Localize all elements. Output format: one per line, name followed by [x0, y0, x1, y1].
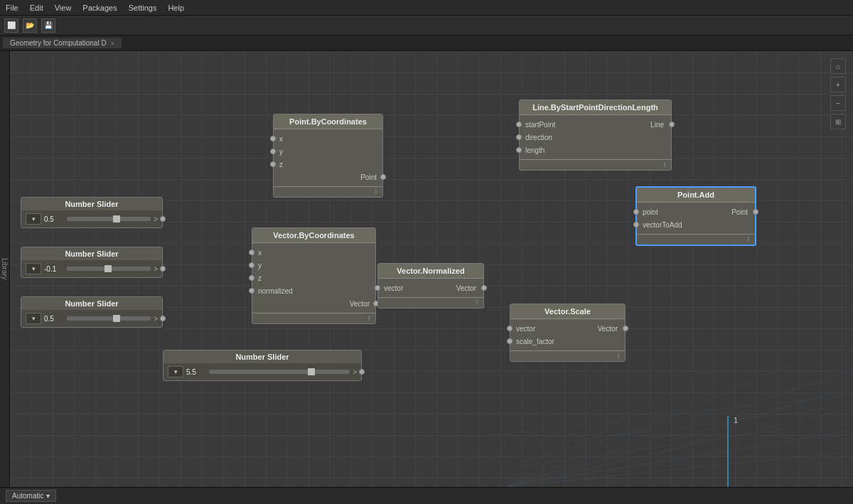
- vector-by-coords-body: x y z normalized Vector: [252, 243, 375, 313]
- slider-dropdown-4[interactable]: ▾: [168, 366, 183, 377]
- open-button[interactable]: 📂: [23, 18, 37, 33]
- library-sidebar[interactable]: Library: [0, 51, 10, 487]
- slider-dropdown-1[interactable]: ▾: [26, 213, 41, 225]
- fit-view-button[interactable]: ⊞: [830, 114, 846, 129]
- slider-track-4[interactable]: [209, 370, 350, 374]
- new-button[interactable]: ⬜: [4, 18, 18, 33]
- point-by-coordinates-node: Point.ByCoordinates x y z Point: [273, 114, 383, 198]
- slider-dropdown-3[interactable]: ▾: [26, 313, 41, 324]
- lbs-line-label: Line: [650, 121, 664, 129]
- slider-thumb-1[interactable]: [113, 215, 120, 222]
- lbs-input-start[interactable]: [516, 122, 522, 127]
- slider-node-1: Number Slider ▾ 0.5 >: [21, 197, 163, 228]
- vs-out-label: Vector: [598, 325, 618, 333]
- toolbar: ⬜ 📂 💾: [0, 16, 853, 36]
- pa-input-point[interactable]: [633, 209, 639, 215]
- vs-footer: l: [510, 350, 625, 361]
- input-port-x[interactable]: [270, 136, 276, 141]
- vbc-input-z[interactable]: [249, 275, 254, 281]
- lbs-dir-label: direction: [525, 134, 552, 141]
- menu-packages[interactable]: Packages: [82, 4, 117, 12]
- vs-port-vector: vector Vector: [510, 322, 625, 335]
- vbc-port-y: y: [252, 259, 375, 272]
- output-port-point[interactable]: [380, 174, 386, 180]
- line-by-start-title: Line.ByStartPointDirectionLength: [520, 100, 671, 115]
- vbc-input-x[interactable]: [249, 250, 254, 255]
- menu-file[interactable]: File: [6, 4, 18, 12]
- sidebar-label: Library: [1, 258, 9, 280]
- zoom-in-button[interactable]: +: [830, 77, 846, 92]
- vbc-input-y[interactable]: [249, 262, 254, 268]
- input-port-y[interactable]: [270, 149, 276, 154]
- pa-output-port[interactable]: [753, 209, 758, 215]
- output-port-slider-1: [160, 216, 166, 222]
- slider-thumb-3[interactable]: [113, 315, 120, 322]
- menu-view[interactable]: View: [55, 4, 72, 12]
- vbc-port-x: x: [252, 246, 375, 259]
- slider-title-4: Number Slider: [163, 350, 361, 363]
- slider-arrow-3[interactable]: >: [154, 315, 158, 323]
- slider-thumb-4[interactable]: [308, 368, 315, 375]
- slider-body-4: ▾ 5.5 >: [163, 363, 361, 380]
- vbc-norm-label: normalized: [258, 287, 293, 295]
- menu-edit[interactable]: Edit: [30, 4, 43, 12]
- tab-close[interactable]: ×: [111, 40, 114, 47]
- home-view-button[interactable]: ⌂: [830, 58, 846, 74]
- slider-track-2[interactable]: [67, 267, 151, 271]
- lbs-input-len[interactable]: [516, 147, 522, 153]
- vbc-input-norm[interactable]: [249, 288, 254, 294]
- vn-port-vector: vector Vector: [378, 282, 483, 294]
- pa-port-vec: vectorToAdd: [637, 218, 755, 231]
- pa-footer: l: [637, 234, 755, 245]
- vs-output-port[interactable]: [623, 326, 628, 331]
- input-port-z[interactable]: [270, 161, 276, 167]
- port-x-in: x: [274, 132, 382, 145]
- slider-value-3: 0.5: [44, 315, 64, 323]
- vector-by-coordinates-node: Vector.ByCoordinates x y z normalized: [252, 227, 376, 324]
- slider-node-3: Number Slider ▾ 0.5 >: [21, 296, 163, 328]
- save-button[interactable]: 💾: [41, 18, 55, 33]
- slider-arrow-1[interactable]: >: [154, 215, 158, 223]
- vbc-x-label: x: [258, 249, 262, 257]
- vbc-port-norm: normalized: [252, 284, 375, 297]
- line-by-start-body: startPoint Line direction length: [520, 115, 671, 159]
- slider-node-2: Number Slider ▾ -0.1 >: [21, 247, 163, 278]
- port-point-out: Point: [274, 171, 382, 183]
- vbc-z-label: z: [258, 274, 262, 282]
- menu-help[interactable]: Help: [168, 4, 184, 12]
- vector-by-coords-title: Vector.ByCoordinates: [252, 228, 375, 243]
- pa-input-vec[interactable]: [633, 222, 639, 227]
- document-tab[interactable]: Geometry for Computational D ×: [3, 38, 122, 48]
- zoom-out-button[interactable]: −: [830, 95, 846, 111]
- slider-track-3[interactable]: [67, 316, 151, 321]
- vn-input-vector[interactable]: [375, 285, 380, 291]
- pa-port-point: point Point: [637, 205, 755, 218]
- slider-value-2: -0.1: [44, 265, 64, 273]
- slider-arrow-2[interactable]: >: [154, 265, 158, 273]
- menu-settings[interactable]: Settings: [129, 4, 157, 12]
- vs-input-scale[interactable]: [507, 338, 513, 344]
- point-by-coords-title: Point.ByCoordinates: [274, 114, 382, 129]
- slider-track-1[interactable]: [67, 217, 151, 221]
- slider-thumb-2[interactable]: [104, 265, 112, 272]
- port-x-label: x: [279, 135, 283, 143]
- slider-dropdown-2[interactable]: ▾: [26, 263, 41, 274]
- lbs-output-line[interactable]: [669, 122, 675, 127]
- vn-vector-label: vector: [384, 284, 403, 292]
- port-y-in: y: [274, 145, 382, 158]
- run-mode-chevron: ▾: [46, 492, 50, 500]
- slider-title-2: Number Slider: [21, 247, 162, 260]
- lbs-input-dir[interactable]: [516, 134, 522, 140]
- slider-arrow-4[interactable]: >: [353, 368, 357, 376]
- run-mode-dropdown[interactable]: Automatic ▾: [6, 490, 56, 502]
- node-canvas[interactable]: 1 ⌂ + − ⊞: [10, 51, 853, 487]
- right-controls: ⌂ + − ⊞: [830, 58, 846, 129]
- slider-value-1: 0.5: [44, 215, 64, 223]
- pa-body: point Point vectorToAdd: [637, 203, 755, 234]
- vs-input-vector[interactable]: [507, 326, 513, 331]
- slider-value-4: 5.5: [186, 368, 206, 376]
- vs-vector-label: vector: [516, 325, 535, 333]
- point-by-coords-body: x y z Point: [274, 129, 382, 186]
- vn-output-port[interactable]: [481, 285, 487, 291]
- vn-footer: l: [378, 297, 483, 308]
